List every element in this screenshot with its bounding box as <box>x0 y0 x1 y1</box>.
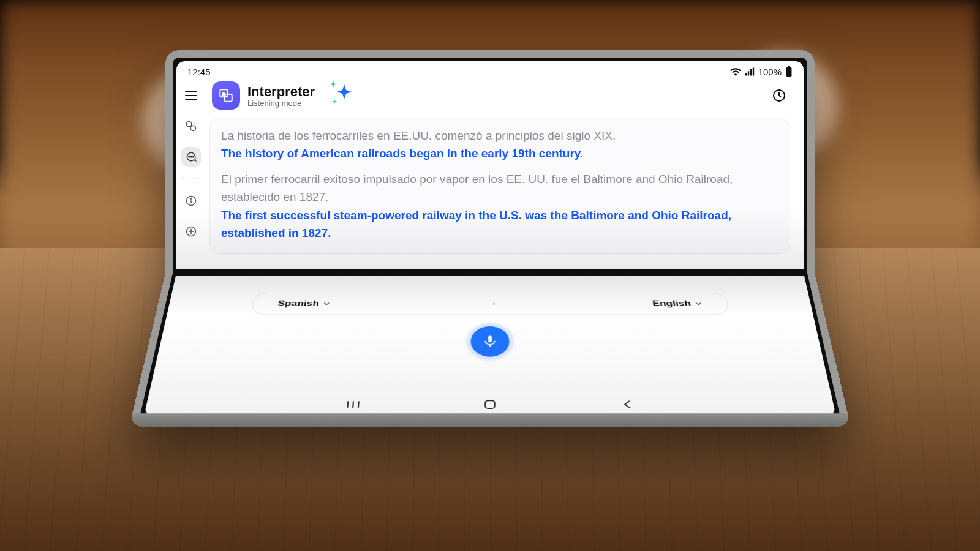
mic-button-wrap <box>470 326 510 357</box>
rail-info-icon[interactable] <box>181 191 201 211</box>
svg-rect-14 <box>225 94 232 102</box>
transcript-card: La historia de los ferrocarriles en EE.U… <box>209 118 790 254</box>
source-language-select[interactable]: Spanish <box>277 299 331 309</box>
chevron-down-icon <box>323 301 331 306</box>
scene: 12:45 100% <box>0 0 980 551</box>
android-nav-bar <box>145 398 835 411</box>
mic-button[interactable] <box>470 326 510 357</box>
app-header: A Interpreter Listening mode <box>209 80 790 118</box>
signal-icon <box>745 67 755 76</box>
wifi-icon <box>730 67 741 76</box>
main-area: A Interpreter Listening mode <box>206 78 804 268</box>
nav-back-button[interactable] <box>618 398 635 411</box>
side-rail: ······ <box>176 78 206 268</box>
translated-text: The first successful steam-powered railw… <box>221 206 778 242</box>
target-language-select[interactable]: English <box>652 299 703 309</box>
battery-icon <box>785 66 793 77</box>
device-top-half: 12:45 100% <box>165 50 815 273</box>
rail-chat-icon[interactable] <box>181 147 201 167</box>
nav-recents-button[interactable] <box>344 398 361 411</box>
svg-point-4 <box>189 156 190 157</box>
nav-home-button[interactable] <box>482 398 498 411</box>
target-language-label: English <box>652 299 692 309</box>
svg-rect-1 <box>788 66 790 67</box>
source-text: La historia de los ferrocarriles en EE.U… <box>221 127 778 144</box>
status-bar: 12:45 100% <box>176 61 804 78</box>
svg-rect-0 <box>786 67 792 77</box>
app-icon: A <box>212 81 240 110</box>
menu-button[interactable] <box>181 86 201 105</box>
svg-point-6 <box>193 156 194 157</box>
rail-add-icon[interactable] <box>181 222 201 241</box>
rail-translate-icon[interactable] <box>181 116 201 136</box>
translated-text: The history of American railroads began … <box>221 144 778 162</box>
battery-text: 100% <box>758 67 782 77</box>
app-title: Interpreter <box>247 84 315 100</box>
app-subtitle: Listening mode <box>247 99 315 108</box>
source-text: El primer ferrocarril exitoso impulsado … <box>221 170 778 206</box>
mic-icon <box>483 335 497 348</box>
foldable-device: 12:45 100% <box>165 50 815 457</box>
svg-rect-18 <box>485 400 494 408</box>
controls: Spanish → English <box>144 276 836 416</box>
screen-bottom: Spanish → English <box>144 276 836 416</box>
source-language-label: Spanish <box>277 299 320 309</box>
screen-top: 12:45 100% <box>176 61 804 269</box>
rail-divider: ······ <box>183 178 200 180</box>
language-bar: Spanish → English <box>251 293 730 314</box>
history-button[interactable] <box>771 87 788 104</box>
svg-point-5 <box>190 156 192 157</box>
status-time: 12:45 <box>187 67 211 77</box>
arrow-right-icon: → <box>485 298 498 309</box>
svg-rect-17 <box>488 335 492 342</box>
device-bottom-half: Spanish → English <box>129 273 851 427</box>
sparkle-icon <box>323 81 358 110</box>
chevron-down-icon <box>695 301 703 306</box>
status-right: 100% <box>730 66 793 77</box>
svg-point-9 <box>190 198 192 199</box>
